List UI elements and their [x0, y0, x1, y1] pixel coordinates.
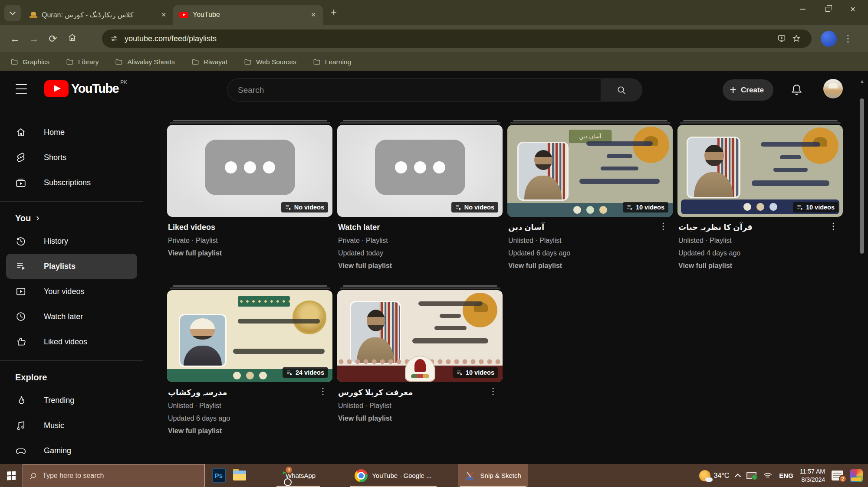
- clock-widget[interactable]: 11:57 AM 8/3/2024: [800, 467, 825, 484]
- playlist-badge-icon: [455, 204, 462, 211]
- photoshop-taskbar-icon[interactable]: Ps: [208, 464, 229, 487]
- home-button[interactable]: [62, 29, 82, 48]
- view-full-playlist-link[interactable]: View full playlist: [168, 249, 331, 257]
- bookmark-folder-library[interactable]: Library: [66, 58, 99, 66]
- site-settings-icon[interactable]: [110, 34, 118, 43]
- sidebar-item-home[interactable]: Home: [0, 120, 143, 145]
- file-explorer-taskbar-icon[interactable]: [229, 464, 250, 487]
- playlist-title[interactable]: قرآن کا نظریہ حیات: [678, 222, 753, 232]
- bookmark-folder-learning[interactable]: Learning: [313, 58, 351, 66]
- back-button[interactable]: ←: [5, 29, 24, 48]
- close-button[interactable]: ✕: [840, 0, 865, 18]
- sidebar-item-your-videos[interactable]: Your videos: [0, 279, 143, 304]
- install-app-icon[interactable]: [774, 31, 789, 46]
- sidebar-item-history[interactable]: History: [0, 229, 143, 254]
- taskbar-search-input[interactable]: [43, 472, 198, 480]
- color-app-tray-icon[interactable]: [850, 469, 863, 482]
- bookmark-folder-aliwalay-sheets[interactable]: Aliwalay Sheets: [115, 58, 174, 66]
- taskbar-app-snip-sketch[interactable]: Snip & Sketch: [458, 464, 528, 487]
- playlist-thumbnail[interactable]: 10 videos: [677, 125, 843, 217]
- presenter-photo: [519, 143, 567, 199]
- playlist-thumbnail[interactable]: آسان دین 10 videos: [507, 125, 673, 217]
- create-button[interactable]: + Create: [723, 79, 773, 101]
- playlist-thumbnail[interactable]: 10 videos: [337, 290, 503, 382]
- tray-time: 11:57 AM: [800, 467, 825, 476]
- video-count-badge: No videos: [281, 202, 328, 212]
- playlist-thumbnail[interactable]: 24 videos: [167, 290, 332, 382]
- playlist-title[interactable]: آسان دین: [508, 222, 544, 232]
- scrollbar-thumb[interactable]: [860, 98, 864, 254]
- playlist-meta: آسان دین ⋮ Unlisted · Playlist Updated 6…: [507, 217, 673, 270]
- window-controls: ✕: [790, 0, 865, 18]
- url-text[interactable]: youtube.com/feed/playlists: [125, 34, 774, 43]
- tab-close-icon[interactable]: ✕: [308, 10, 319, 20]
- view-full-playlist-link[interactable]: View full playlist: [508, 262, 671, 270]
- new-tab-button[interactable]: +: [326, 5, 341, 20]
- playlist-title[interactable]: معرفت کربلا کورس: [338, 388, 413, 397]
- thumbnail-text-lines: [410, 301, 490, 343]
- your-videos-icon: [15, 286, 26, 297]
- playlist-thumbnail[interactable]: No videos: [167, 125, 332, 217]
- minimize-icon: [800, 9, 806, 10]
- sidebar-item-music[interactable]: Music: [0, 413, 143, 438]
- view-full-playlist-link[interactable]: View full playlist: [338, 262, 501, 270]
- tab-close-icon[interactable]: ✕: [158, 10, 169, 20]
- sidebar-item-watch-later[interactable]: Watch later: [0, 304, 143, 329]
- taskbar-app-chrome[interactable]: YouTube - Google ...: [348, 464, 438, 487]
- start-button[interactable]: [0, 464, 23, 487]
- bookmark-star-icon[interactable]: [789, 31, 804, 46]
- view-full-playlist-link[interactable]: View full playlist: [168, 427, 331, 435]
- sidebar-item-shorts[interactable]: Shorts: [0, 145, 143, 170]
- country-code: PK: [120, 79, 127, 85]
- playlist-card-liked-videos: No videos Liked videos Private · Playlis…: [167, 120, 332, 270]
- weather-widget[interactable]: 34°C: [699, 470, 730, 481]
- tab-search-button[interactable]: [4, 5, 21, 21]
- restore-button[interactable]: [815, 0, 840, 18]
- playlist-title[interactable]: مدرسہ ورکشاپ: [168, 388, 227, 397]
- sidebar-item-liked-videos[interactable]: Liked videos: [0, 329, 143, 354]
- kebab-menu-icon[interactable]: ⋮: [489, 387, 497, 395]
- page-scrollbar[interactable]: ▲: [859, 71, 865, 464]
- browser-menu-kebab-icon[interactable]: ⋮: [840, 31, 856, 46]
- view-full-playlist-link[interactable]: View full playlist: [678, 262, 841, 270]
- sidebar-you-header[interactable]: You ›: [0, 208, 143, 229]
- sidebar-explore-header: Explore: [0, 367, 143, 388]
- view-full-playlist-link[interactable]: View full playlist: [338, 415, 501, 422]
- sidebar-item-trending[interactable]: Trending: [0, 388, 143, 413]
- address-bar[interactable]: youtube.com/feed/playlists: [102, 29, 812, 48]
- youtube-logo[interactable]: YouTube PK: [44, 80, 127, 97]
- language-indicator[interactable]: ENG: [779, 472, 793, 479]
- sidebar-item-subscriptions[interactable]: Subscriptions: [0, 170, 143, 195]
- sidebar-item-gaming[interactable]: Gaming: [0, 438, 143, 463]
- display-cast-tray-icon[interactable]: [746, 472, 756, 479]
- reload-button[interactable]: ⟳: [43, 29, 62, 48]
- trending-flame-icon: [15, 395, 26, 406]
- bookmark-folder-graphics[interactable]: Graphics: [10, 58, 49, 66]
- hamburger-menu-icon[interactable]: [15, 83, 28, 95]
- kebab-menu-icon[interactable]: ⋮: [319, 387, 327, 395]
- browser-tab-youtube[interactable]: YouTube ✕: [173, 5, 323, 25]
- minimize-button[interactable]: [790, 0, 815, 18]
- bookmark-folder-riwayat[interactable]: Riwayat: [191, 58, 227, 66]
- kebab-menu-icon[interactable]: ⋮: [829, 222, 838, 230]
- search-button[interactable]: [601, 78, 642, 101]
- taskbar-app-whatsapp[interactable]: 3 WhatsApp: [274, 464, 322, 487]
- forward-button[interactable]: →: [24, 29, 43, 48]
- playlist-title[interactable]: Liked videos: [168, 222, 215, 232]
- bookmark-folder-web-sources[interactable]: Web Sources: [244, 58, 296, 66]
- wifi-tray-icon[interactable]: [763, 471, 773, 480]
- action-center-button[interactable]: 2: [832, 471, 843, 480]
- notifications-bell-icon[interactable]: [789, 83, 804, 98]
- playlist-thumbnail[interactable]: No videos: [337, 125, 503, 217]
- playlist-visibility: Unlisted · Playlist: [508, 237, 671, 245]
- sidebar-item-playlists[interactable]: Playlists: [6, 254, 137, 279]
- chrome-profile-avatar[interactable]: [821, 31, 837, 47]
- kebab-menu-icon[interactable]: ⋮: [659, 222, 667, 230]
- search-input[interactable]: [227, 78, 601, 101]
- playlist-title[interactable]: Watch later: [338, 222, 380, 232]
- channel-avatar[interactable]: [823, 79, 843, 98]
- taskbar-search[interactable]: [23, 464, 205, 487]
- scrollbar-up-arrow-icon[interactable]: ▲: [859, 78, 865, 84]
- show-hidden-icons-button[interactable]: [736, 473, 740, 479]
- browser-tab-quran[interactable]: Quran: کلاس ریکارڈنگ - کورس ✕: [23, 5, 173, 25]
